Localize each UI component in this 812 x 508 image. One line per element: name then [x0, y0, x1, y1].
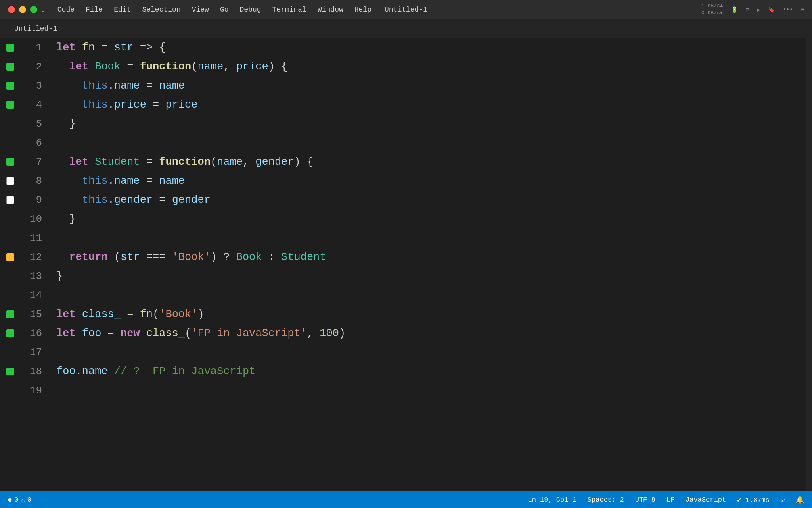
line-num-13: 13 — [21, 267, 48, 286]
code-line-1: let fn = str => { — [56, 38, 806, 57]
list-icon: ≡ — [801, 6, 804, 13]
code-editor[interactable]: let fn = str => { let Book = function(na… — [48, 38, 806, 491]
code-line-18: foo.name // ? FP in JavaScript — [56, 362, 806, 381]
bp-19[interactable] — [0, 381, 21, 400]
line-num-9: 9 — [21, 190, 48, 210]
titlebar:  Code File Edit Selection View Go Debug… — [0, 0, 812, 19]
bp-12[interactable] — [0, 248, 21, 267]
statusbar-left: ⊗ 0 ⚠ 0 — [8, 496, 31, 504]
menu-selection[interactable]: Selection — [142, 6, 180, 13]
bp-8[interactable] — [0, 171, 21, 190]
network-speed: 1 KB/s▲0 KB/s▼ — [701, 2, 723, 17]
code-line-12: return (str === 'Book') ? Book : Student — [56, 248, 806, 267]
menu-help[interactable]: Help — [354, 6, 372, 13]
vertical-scrollbar[interactable] — [806, 38, 812, 491]
window-title: Untitled-1 — [385, 6, 427, 13]
finder-icon: 🔖 — [768, 6, 775, 13]
code-line-2: let Book = function(name, price) { — [56, 57, 806, 76]
bp-6[interactable] — [0, 133, 21, 152]
titlebar-left:  Code File Edit Selection View Go Debug… — [8, 6, 372, 13]
code-line-17 — [56, 343, 806, 362]
line-num-11: 11 — [21, 229, 48, 248]
warning-count-label: 0 — [27, 496, 31, 504]
code-line-10: } — [56, 210, 806, 229]
traffic-lights — [8, 6, 37, 13]
timing: ✔ 1.87ms — [737, 496, 770, 504]
line-num-8: 8 — [21, 171, 48, 190]
line-numbers: 1 2 3 4 5 6 7 8 9 10 11 12 13 14 15 16 1… — [21, 38, 48, 491]
bp-14[interactable] — [0, 286, 21, 305]
code-line-6 — [56, 133, 806, 152]
smiley-icon[interactable]: ☺ — [781, 496, 785, 504]
menu-edit[interactable]: Edit — [114, 6, 131, 13]
bp-16[interactable] — [0, 324, 21, 343]
bp-17[interactable] — [0, 343, 21, 362]
warning-icon: ⚠ — [21, 496, 25, 504]
error-count[interactable]: ⊗ 0 ⚠ 0 — [8, 496, 31, 504]
menu-view[interactable]: View — [192, 6, 209, 13]
line-num-16: 16 — [21, 324, 48, 343]
menu-code[interactable]: Code — [57, 6, 75, 13]
apple-menu[interactable]:  — [42, 6, 46, 13]
line-num-6: 6 — [21, 133, 48, 152]
code-line-8: this.name = name — [56, 171, 806, 190]
code-line-16: let foo = new class_('FP in JavaScript',… — [56, 324, 806, 343]
language-mode[interactable]: JavaScript — [686, 496, 726, 504]
error-icon: ⊗ — [8, 496, 12, 504]
line-num-17: 17 — [21, 343, 48, 362]
close-button[interactable] — [8, 6, 15, 13]
bp-5[interactable] — [0, 114, 21, 133]
bp-13[interactable] — [0, 267, 21, 286]
code-line-19 — [56, 381, 806, 400]
statusbar: ⊗ 0 ⚠ 0 Ln 19, Col 1 Spaces: 2 UTF-8 LF … — [0, 491, 812, 508]
editor-tab[interactable]: Untitled-1 — [8, 23, 63, 34]
eol[interactable]: LF — [666, 496, 674, 504]
bp-10[interactable] — [0, 210, 21, 229]
code-line-9: this.gender = gender — [56, 190, 806, 210]
line-num-12: 12 — [21, 248, 48, 267]
menu-debug[interactable]: Debug — [240, 6, 261, 13]
code-line-14 — [56, 286, 806, 305]
airplay-icon: ⊡ — [746, 6, 749, 13]
line-num-4: 4 — [21, 95, 48, 114]
maximize-button[interactable] — [30, 6, 37, 13]
bp-3[interactable] — [0, 76, 21, 95]
bp-11[interactable] — [0, 229, 21, 248]
encoding[interactable]: UTF-8 — [635, 496, 655, 504]
line-num-7: 7 — [21, 152, 48, 171]
code-line-3: this.name = name — [56, 76, 806, 95]
menu-window[interactable]: Window — [318, 6, 343, 13]
editor-container: 1 2 3 4 5 6 7 8 9 10 11 12 13 14 15 16 1… — [0, 38, 812, 491]
line-num-15: 15 — [21, 305, 48, 324]
bp-15[interactable] — [0, 305, 21, 324]
bp-2[interactable] — [0, 57, 21, 76]
line-num-3: 3 — [21, 76, 48, 95]
breakpoint-gutter — [0, 38, 21, 491]
bp-7[interactable] — [0, 152, 21, 171]
more-icon: ••• — [783, 6, 793, 13]
error-count-label: 0 — [14, 496, 18, 504]
menu-file[interactable]: File — [86, 6, 103, 13]
minimize-button[interactable] — [19, 6, 26, 13]
line-num-19: 19 — [21, 381, 48, 400]
line-num-14: 14 — [21, 286, 48, 305]
line-num-10: 10 — [21, 210, 48, 229]
bp-4[interactable] — [0, 95, 21, 114]
bp-18[interactable] — [0, 362, 21, 381]
tabbar: Untitled-1 — [0, 19, 812, 38]
bp-9[interactable] — [0, 190, 21, 210]
statusbar-right: Ln 19, Col 1 Spaces: 2 UTF-8 LF JavaScri… — [528, 496, 804, 504]
line-num-2: 2 — [21, 57, 48, 76]
titlebar-right: 1 KB/s▲0 KB/s▼ 🔋 ⊡ ▶ 🔖 ••• ≡ — [701, 2, 804, 17]
line-num-18: 18 — [21, 362, 48, 381]
notification-icon[interactable]: 🔔 — [796, 496, 804, 504]
menu-terminal[interactable]: Terminal — [272, 6, 306, 13]
indentation[interactable]: Spaces: 2 — [588, 496, 624, 504]
menu-go[interactable]: Go — [220, 6, 229, 13]
code-line-7: let Student = function(name, gender) { — [56, 152, 806, 171]
play-icon: ▶ — [757, 6, 760, 13]
code-line-4: this.price = price — [56, 95, 806, 114]
line-num-5: 5 — [21, 114, 48, 133]
bp-1[interactable] — [0, 38, 21, 57]
cursor-position[interactable]: Ln 19, Col 1 — [528, 496, 576, 504]
